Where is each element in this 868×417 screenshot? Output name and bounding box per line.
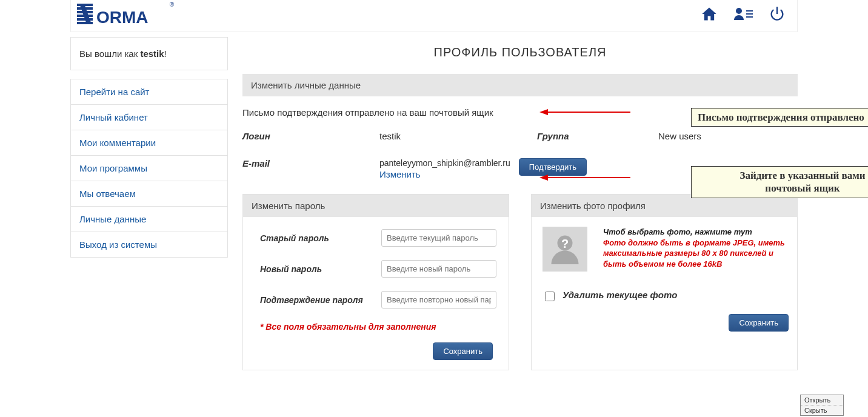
group-value: New users xyxy=(658,131,701,141)
confirm-pwd-label: Подтверждение пароля xyxy=(260,295,381,305)
photo-hints: Чтоб выбрать фото, нажмите тут Фото долж… xyxy=(603,227,786,269)
photo-header: Изменить фото профиля xyxy=(532,195,797,217)
email-label: E-mail xyxy=(242,158,379,179)
welcome-box: Вы вошли как testik! xyxy=(70,37,228,70)
user-menu-icon[interactable] xyxy=(733,5,753,24)
welcome-prefix: Вы вошли как xyxy=(79,48,140,59)
page-title: ПРОФИЛЬ ПОЛЬЗОВАТЕЛЯ xyxy=(242,37,798,74)
callout-confirm-sent: Письмо подтверждения отправлено xyxy=(691,108,868,127)
content: Вы вошли как testik! Перейти на сайт Лич… xyxy=(70,37,798,370)
sidebar-item-personal[interactable]: Личные данные xyxy=(71,207,227,232)
sidebar-item-cabinet[interactable]: Личный кабинет xyxy=(71,105,227,130)
photo-panel: Изменить фото профиля ? Чтоб выбрать фот… xyxy=(531,194,798,370)
callout-go-email: Зайдите в указанный вами почтовый ящик xyxy=(691,166,868,198)
sidebar-item-goto-site[interactable]: Перейти на сайт xyxy=(71,79,227,105)
logo[interactable]: ORMA ® xyxy=(77,2,168,27)
email-value: panteleyymon_shipkin@rambler.ru xyxy=(379,158,510,168)
svg-rect-10 xyxy=(746,13,753,15)
sidebar-item-programs[interactable]: Мои программы xyxy=(71,156,227,181)
svg-marker-6 xyxy=(79,4,92,24)
delete-photo-checkbox[interactable] xyxy=(545,292,555,301)
arrow-icon xyxy=(539,173,630,182)
old-pwd-label: Старый пароль xyxy=(260,233,381,243)
svg-text:?: ? xyxy=(561,237,569,250)
svg-rect-11 xyxy=(746,16,753,18)
choose-photo-link[interactable]: Чтоб выбрать фото, нажмите тут xyxy=(603,227,752,236)
power-icon[interactable] xyxy=(768,5,786,24)
sidebar-menu: Перейти на сайт Личный кабинет Мои комме… xyxy=(70,79,228,258)
password-panel: Изменить пароль Старый пароль Новый паро… xyxy=(242,194,509,370)
sidebar: Вы вошли как testik! Перейти на сайт Лич… xyxy=(70,37,228,258)
old-pwd-input[interactable] xyxy=(381,229,496,247)
main: ПРОФИЛЬ ПОЛЬЗОВАТЕЛЯ Изменить личные дан… xyxy=(242,37,798,370)
welcome-user: testik xyxy=(140,48,164,59)
sidebar-item-answers[interactable]: Мы отвечаем xyxy=(71,181,227,207)
avatar-placeholder-icon: ? xyxy=(542,227,587,272)
save-photo-button[interactable]: Сохранить xyxy=(729,314,789,332)
top-icons xyxy=(700,5,791,24)
top-bar: ORMA ® xyxy=(70,0,798,32)
login-value: testik xyxy=(379,131,537,141)
login-label: Логин xyxy=(242,131,379,141)
arrow-icon xyxy=(539,107,630,117)
required-note: * Все поля обязательны для заполнения xyxy=(260,322,496,332)
sidebar-item-logout[interactable]: Выход из системы xyxy=(71,232,227,257)
svg-rect-9 xyxy=(746,10,753,12)
photo-format-hint: Фото должно быть в формате JPEG, иметь м… xyxy=(603,238,785,269)
welcome-suffix: ! xyxy=(164,48,167,59)
home-icon[interactable] xyxy=(700,5,718,24)
new-pwd-input[interactable] xyxy=(381,260,496,278)
svg-marker-15 xyxy=(539,175,548,181)
group-label: Группа xyxy=(537,131,658,141)
sidebar-item-comments[interactable]: Мои комментарии xyxy=(71,130,227,156)
svg-text:ORMA: ORMA xyxy=(96,8,149,27)
confirm-pwd-input[interactable] xyxy=(381,291,496,309)
svg-marker-13 xyxy=(539,109,548,115)
page-root: ORMA ® xyxy=(70,0,798,370)
svg-point-8 xyxy=(736,8,742,14)
lower-panels: Изменить пароль Старый пароль Новый паро… xyxy=(242,194,798,370)
save-password-button[interactable]: Сохранить xyxy=(433,342,493,360)
change-email-link[interactable]: Изменить xyxy=(379,169,510,179)
delete-photo-label: Удалить текущее фото xyxy=(563,290,677,300)
new-pwd-label: Новый пароль xyxy=(260,264,381,274)
password-header: Изменить пароль xyxy=(243,195,509,217)
personal-header: Изменить личные данные xyxy=(242,74,798,96)
